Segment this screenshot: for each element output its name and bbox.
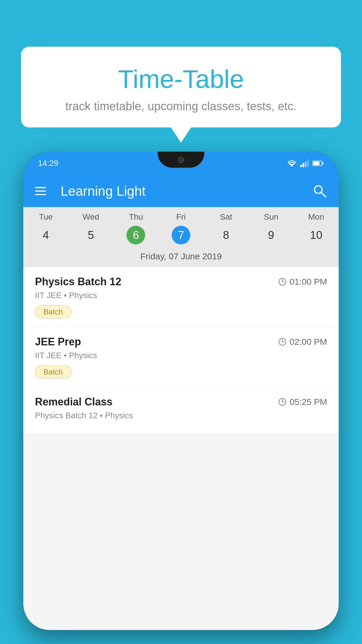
speech-bubble-card: Time-Table track timetable, upcoming cla… — [21, 47, 341, 127]
schedule-item-3[interactable]: Remedial Class 05:25 PM Physics Batch 12… — [23, 387, 339, 434]
page-title: Time-Table — [33, 64, 329, 94]
day-number-9: 9 — [262, 226, 280, 244]
search-button[interactable] — [312, 184, 327, 198]
wifi-icon — [287, 160, 297, 167]
svg-rect-1 — [300, 165, 302, 167]
day-number-10: 10 — [307, 226, 326, 244]
schedule-item-2-name: JEE Prep — [35, 336, 81, 348]
day-col-fri[interactable]: Fri 7 — [159, 207, 204, 247]
day-col-sat[interactable]: Sat 8 — [203, 207, 249, 247]
schedule-item-3-time-text: 05:25 PM — [290, 397, 327, 407]
schedule-item-1-time-text: 01:00 PM — [290, 277, 327, 287]
schedule-item-1-name: Physics Batch 12 — [35, 276, 121, 288]
clock-icon-2 — [278, 337, 287, 346]
hamburger-line-2 — [35, 190, 46, 192]
day-number-5: 5 — [82, 226, 100, 244]
page-subtitle: track timetable, upcoming classes, tests… — [33, 100, 329, 113]
camera-dot — [178, 157, 184, 163]
days-row: Tue 4 Wed 5 Thu 6 Fri 7 — [23, 207, 339, 247]
day-number-8: 8 — [217, 226, 236, 244]
day-label-wed: Wed — [82, 212, 99, 222]
menu-button[interactable] — [35, 187, 46, 195]
day-col-tue[interactable]: Tue 4 — [23, 207, 68, 247]
status-bar: 14:29 — [23, 152, 339, 175]
search-icon — [312, 184, 327, 198]
hamburger-line-1 — [35, 187, 46, 188]
day-label-thu: Thu — [129, 212, 143, 222]
batch-badge-1: Batch — [35, 305, 71, 318]
schedule-item-1-subtitle: IIT JEE • Physics — [35, 291, 327, 300]
day-label-sun: Sun — [264, 212, 278, 222]
battery-icon — [312, 160, 324, 167]
schedule-list: Physics Batch 12 01:00 PM IIT JEE • Phys… — [23, 267, 339, 434]
svg-rect-4 — [307, 160, 309, 167]
day-label-mon: Mon — [308, 212, 324, 222]
svg-point-0 — [291, 165, 293, 167]
schedule-item-2[interactable]: JEE Prep 02:00 PM IIT JEE • Physics Batc… — [23, 327, 339, 387]
status-icons — [287, 160, 324, 167]
schedule-item-3-time: 05:25 PM — [278, 397, 327, 407]
day-label-tue: Tue — [39, 212, 53, 222]
phone-notch — [158, 152, 204, 168]
day-label-fri: Fri — [176, 212, 186, 222]
day-number-6: 6 — [126, 226, 145, 244]
svg-rect-6 — [313, 162, 319, 165]
schedule-item-1-header: Physics Batch 12 01:00 PM — [35, 276, 327, 288]
day-number-7: 7 — [172, 226, 190, 244]
calendar-strip: Tue 4 Wed 5 Thu 6 Fri 7 — [23, 207, 339, 267]
svg-rect-2 — [303, 163, 304, 167]
day-col-mon[interactable]: Mon 10 — [294, 207, 339, 247]
signal-icon — [300, 160, 309, 167]
schedule-item-2-time: 02:00 PM — [278, 337, 327, 347]
phone-screen: Learning Light Tue 4 Wed 5 — [23, 175, 339, 630]
app-title: Learning Light — [61, 183, 304, 199]
hamburger-line-3 — [35, 194, 46, 195]
schedule-item-3-name: Remedial Class — [35, 396, 113, 408]
svg-rect-7 — [322, 162, 324, 164]
day-number-4: 4 — [36, 226, 55, 244]
status-time: 14:29 — [38, 159, 58, 168]
clock-icon-1 — [278, 277, 287, 286]
schedule-item-1[interactable]: Physics Batch 12 01:00 PM IIT JEE • Phys… — [23, 267, 339, 327]
schedule-item-3-header: Remedial Class 05:25 PM — [35, 396, 327, 408]
svg-rect-3 — [305, 161, 307, 167]
batch-badge-2: Batch — [35, 365, 71, 379]
selected-date: Friday, 07 June 2019 — [23, 247, 339, 267]
day-col-wed[interactable]: Wed 5 — [68, 207, 114, 247]
schedule-item-3-subtitle: Physics Batch 12 • Physics — [35, 411, 327, 420]
clock-icon-3 — [278, 398, 287, 406]
app-toolbar: Learning Light — [23, 175, 339, 207]
schedule-item-1-time: 01:00 PM — [278, 277, 327, 287]
day-col-sun[interactable]: Sun 9 — [249, 207, 294, 247]
svg-line-9 — [321, 192, 326, 197]
phone-frame: 14:29 — [23, 152, 339, 630]
day-col-thu[interactable]: Thu 6 — [113, 207, 159, 247]
schedule-item-2-subtitle: IIT JEE • Physics — [35, 351, 327, 360]
day-label-sat: Sat — [220, 212, 232, 222]
schedule-item-2-time-text: 02:00 PM — [290, 337, 327, 347]
schedule-item-2-header: JEE Prep 02:00 PM — [35, 336, 327, 348]
